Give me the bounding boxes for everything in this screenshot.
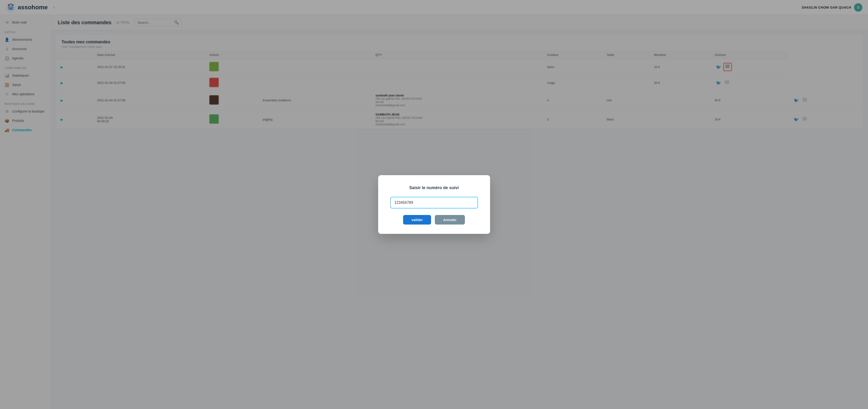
modal: Saisir le numéro de suivi valider Annule… — [378, 175, 490, 234]
modal-title: Saisir le numéro de suivi — [390, 185, 478, 190]
modal-overlay: Saisir le numéro de suivi valider Annule… — [0, 0, 868, 409]
valider-button[interactable]: valider — [403, 215, 431, 225]
tracking-number-input[interactable] — [390, 197, 478, 208]
modal-actions: valider Annuler — [390, 215, 478, 225]
annuler-button[interactable]: Annuler — [435, 215, 465, 225]
